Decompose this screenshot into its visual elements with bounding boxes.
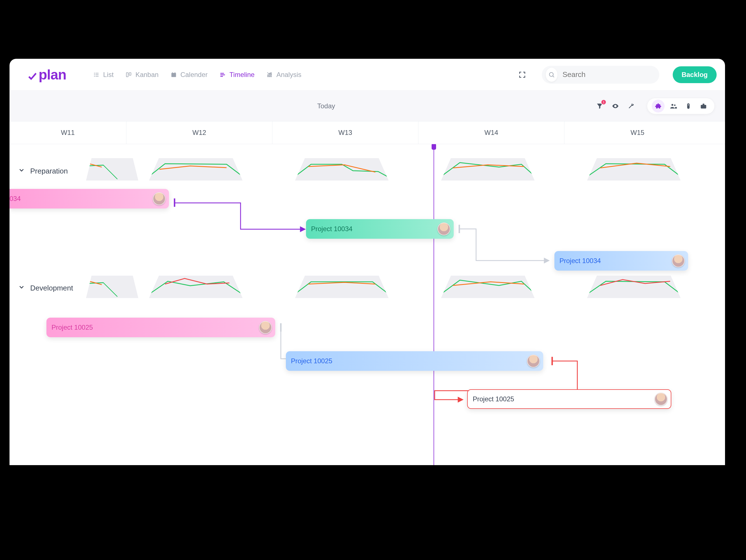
week-col: W12	[126, 121, 272, 144]
dependency-link	[169, 195, 312, 236]
view-label: Analysis	[276, 71, 301, 79]
view-list[interactable]: List	[91, 68, 115, 81]
task-bar[interactable]: Project 10034	[306, 219, 454, 239]
settings-tools-icon[interactable]	[623, 98, 639, 114]
view-analysis[interactable]: Analysis	[264, 68, 303, 81]
svg-rect-14	[221, 76, 223, 77]
week-col: W14	[419, 121, 565, 144]
capacity-spark	[426, 158, 549, 180]
visibility-icon[interactable]	[607, 98, 623, 114]
svg-point-2	[94, 76, 95, 77]
group-label: Development	[30, 284, 73, 292]
view-calendar[interactable]: Calender	[168, 68, 209, 81]
svg-rect-16	[269, 74, 270, 77]
group-header-development[interactable]: Development	[18, 283, 73, 293]
task-bar[interactable]: Project 10025	[47, 318, 275, 337]
svg-rect-10	[172, 72, 173, 73]
timeline-body: Preparation Development	[9, 144, 725, 465]
week-header: W11 W12 W13 W14 W15	[9, 121, 725, 144]
svg-point-20	[674, 104, 676, 106]
task-bar[interactable]: Project 10025	[467, 389, 671, 409]
svg-rect-6	[126, 73, 128, 77]
chevron-down-icon	[18, 167, 25, 176]
capacity-spark	[134, 276, 257, 298]
svg-rect-13	[221, 75, 225, 75]
svg-point-1	[94, 74, 95, 75]
capacity-spark	[572, 158, 695, 180]
check-icon	[26, 70, 38, 83]
filter-badge: 1	[601, 100, 606, 104]
logo-text: plan	[38, 66, 66, 83]
filter-icon[interactable]: 1	[592, 98, 607, 114]
avatar	[527, 355, 540, 367]
analysis-icon	[266, 71, 274, 79]
task-label: Project 10034	[560, 257, 601, 265]
resource-icon[interactable]	[682, 100, 695, 112]
today-label: Today	[40, 102, 612, 110]
svg-rect-5	[95, 76, 98, 76]
toolbar: Today 1	[9, 91, 725, 121]
view-switcher: List Kanban Calender Timeline Analysis	[91, 68, 303, 81]
group-header-preparation[interactable]: Preparation	[18, 167, 68, 176]
avatar	[655, 393, 667, 405]
svg-marker-26	[458, 397, 463, 402]
capacity-spark	[78, 276, 147, 298]
view-label: Calender	[180, 71, 207, 79]
avatar	[259, 321, 272, 334]
capacity-spark	[280, 276, 403, 298]
task-label: Project 10025	[473, 395, 514, 403]
svg-rect-11	[175, 72, 175, 73]
svg-point-0	[94, 73, 95, 74]
briefcase-icon[interactable]	[697, 100, 710, 112]
svg-point-19	[671, 104, 673, 106]
capacity-spark	[78, 158, 147, 180]
list-icon	[93, 71, 101, 79]
week-col: W13	[272, 121, 419, 144]
group-label: Preparation	[30, 167, 68, 175]
week-col: W15	[565, 121, 711, 144]
fullscreen-icon[interactable]	[518, 71, 526, 79]
task-bar[interactable]: 034	[9, 189, 169, 208]
puzzle-icon[interactable]	[652, 100, 665, 112]
capacity-spark	[280, 158, 403, 180]
app-window: plan List Kanban Calender Timeline Analy…	[9, 59, 725, 465]
svg-rect-4	[95, 75, 98, 75]
svg-rect-21	[687, 103, 690, 109]
logo: plan	[26, 66, 66, 83]
svg-rect-3	[95, 73, 98, 73]
view-label: List	[103, 71, 114, 79]
toolbar-icons: 1	[592, 98, 714, 114]
svg-rect-23	[701, 105, 706, 108]
view-label: Kanban	[135, 71, 159, 79]
search-box[interactable]	[542, 66, 659, 84]
avatar	[437, 223, 450, 235]
svg-rect-7	[129, 73, 131, 75]
svg-rect-17	[271, 73, 271, 77]
task-bar[interactable]: Project 10034	[554, 251, 688, 271]
chevron-down-icon	[18, 283, 25, 293]
task-label: 034	[9, 195, 21, 203]
svg-rect-12	[221, 73, 224, 74]
timeline-icon	[219, 71, 227, 79]
task-label: Project 10025	[291, 357, 332, 365]
today-marker	[434, 144, 434, 465]
capacity-spark	[572, 276, 695, 298]
task-bar[interactable]: Project 10025	[286, 351, 543, 371]
svg-marker-25	[544, 258, 549, 263]
search-input[interactable]	[563, 70, 655, 79]
avatar	[672, 254, 685, 267]
task-label: Project 10025	[52, 324, 93, 331]
backlog-button[interactable]: Backlog	[673, 66, 717, 83]
top-bar: plan List Kanban Calender Timeline Analy…	[9, 59, 725, 91]
svg-point-22	[688, 104, 689, 105]
view-timeline[interactable]: Timeline	[217, 68, 256, 81]
search-icon	[546, 68, 557, 82]
calendar-icon	[170, 71, 178, 79]
view-kanban[interactable]: Kanban	[123, 68, 160, 81]
team-icon[interactable]	[667, 100, 680, 112]
capacity-spark	[426, 276, 549, 298]
task-label: Project 10034	[311, 225, 352, 233]
capacity-spark	[134, 158, 257, 180]
dependency-link	[454, 225, 560, 264]
svg-point-18	[549, 73, 553, 76]
